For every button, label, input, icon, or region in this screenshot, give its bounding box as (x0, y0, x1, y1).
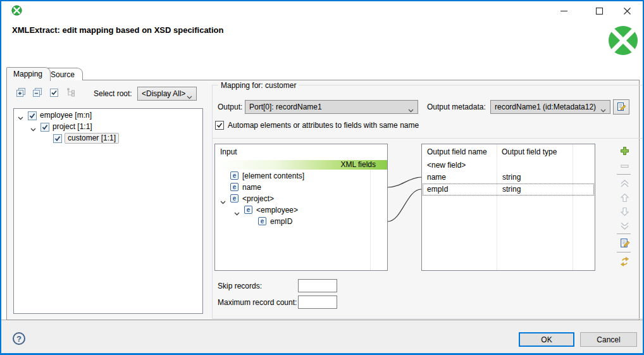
output-table-header: Output field name Output field type (422, 144, 595, 159)
skip-records-input[interactable] (298, 279, 337, 292)
expand-chevron-icon[interactable] (30, 125, 37, 131)
dialog-window: XMLExtract: edit mapping based on XSD sp… (0, 0, 644, 355)
plus-icon (619, 146, 630, 156)
element-icon: e (230, 183, 238, 191)
select-root-label: Select root: (94, 89, 132, 98)
tab-mapping[interactable]: Mapping (6, 67, 51, 81)
cancel-button[interactable]: Cancel (580, 332, 637, 347)
element-icon: e (258, 217, 266, 225)
tree-checkbox[interactable] (28, 111, 37, 120)
input-row-project[interactable]: e <project> (215, 194, 369, 205)
input-row-element-contents[interactable]: e [element contents] (215, 171, 369, 182)
add-field-button[interactable] (618, 144, 631, 157)
check-all-icon[interactable] (48, 87, 59, 98)
skip-records-label: Skip records: (218, 282, 262, 290)
move-up-button[interactable] (618, 191, 631, 204)
move-top-button[interactable] (618, 177, 631, 190)
group-legend: Mapping for: customer (218, 81, 299, 90)
toolbar-separator (617, 252, 631, 252)
tree-hierarchy-icon[interactable] (65, 87, 76, 98)
element-icon: e (230, 194, 238, 202)
expand-chevron-icon[interactable] (18, 113, 24, 120)
minimize-button[interactable] (553, 1, 574, 20)
footer-bar: ? OK Cancel (1, 320, 643, 353)
element-icon: e (230, 171, 238, 180)
maximize-button[interactable] (588, 1, 610, 20)
toolbar-separator (617, 174, 631, 175)
edit-document-icon (616, 102, 626, 112)
column-header-name: Output field name (427, 147, 487, 156)
input-row-empid[interactable]: e empID (215, 216, 369, 228)
close-button[interactable] (616, 1, 638, 20)
separator (212, 138, 644, 139)
tree-row-customer[interactable]: customer [1:1] (14, 133, 202, 144)
edit-metadata-button[interactable] (613, 99, 629, 115)
chevron-down-icon (600, 106, 606, 114)
dialog-title: XMLExtract: edit mapping based on XSD sp… (12, 25, 223, 35)
refresh-icon (619, 256, 630, 267)
remove-field-button[interactable] (618, 159, 631, 172)
input-panel-header: Input (215, 144, 387, 160)
xsd-tree-panel: employee [m:n] project [1:1] customer [1… (13, 108, 203, 314)
column-header-type: Output field type (502, 147, 557, 156)
titlebar (1, 1, 643, 20)
element-icon: e (244, 206, 252, 214)
clover-logo-icon (607, 24, 640, 59)
xml-fields-bar: XML fields (215, 160, 387, 170)
collapse-all-icon[interactable] (32, 87, 43, 98)
input-row-name[interactable]: e name (215, 182, 369, 194)
output-metadata-combo[interactable]: recordName1 (id:Metadata12) (490, 100, 610, 114)
output-row-name[interactable]: name string (423, 171, 594, 184)
edit-document-icon (619, 238, 630, 249)
tree-row-project[interactable]: project [1:1] (14, 121, 202, 133)
tree-row-employee[interactable]: employee [m:n] (14, 110, 202, 121)
tree-checkbox[interactable] (40, 123, 49, 132)
automap-label: Automap elements or attributes to fields… (228, 121, 419, 130)
output-metadata-label: Output metadata: (427, 103, 486, 111)
toolbar-separator (617, 234, 631, 234)
chevron-down-icon (408, 106, 414, 114)
input-fields-panel: Input XML fields e [element contents] e … (214, 144, 388, 271)
move-bottom-button[interactable] (618, 219, 631, 232)
output-row-new-field[interactable]: <new field> (423, 159, 594, 171)
expand-chevron-icon[interactable] (220, 197, 226, 204)
help-button[interactable]: ? (13, 332, 25, 345)
select-root-combo[interactable]: <Display All> (137, 87, 197, 101)
output-port-combo[interactable]: Port[0]: recordName1 (245, 100, 418, 114)
edit-field-button[interactable] (618, 237, 631, 249)
app-clover-icon (11, 5, 22, 18)
mapping-tab-content: Select root: <Display All> employee [m:n… (6, 80, 640, 320)
chevron-down-icon (187, 92, 192, 101)
output-row-empid[interactable]: empId string (423, 184, 594, 196)
input-row-employee[interactable]: e <employee> (215, 205, 369, 216)
move-down-button[interactable] (618, 205, 631, 218)
output-label: Output: (218, 103, 242, 111)
refresh-button[interactable] (618, 255, 631, 268)
ok-button[interactable]: OK (519, 332, 574, 347)
max-record-count-input[interactable] (298, 296, 337, 309)
automap-checkbox[interactable] (215, 121, 224, 130)
output-fields-table: Output field name Output field type <new… (421, 144, 595, 271)
max-record-count-label: Maximum record count: (218, 298, 297, 307)
expand-chevron-icon[interactable] (234, 209, 240, 215)
expand-all-icon[interactable] (15, 87, 27, 98)
tree-checkbox[interactable] (53, 134, 62, 143)
